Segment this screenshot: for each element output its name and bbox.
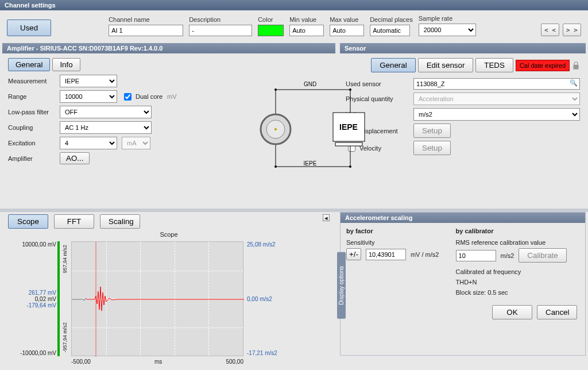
velocity-setup-button: Setup [413,141,451,155]
rms-label: RMS reference calibration value [456,239,579,246]
svg-text:GND: GND [304,81,316,87]
sample-rate-label: Sample rate [419,15,476,22]
ok-button[interactable]: OK [492,305,532,319]
min-value-label: Min value [289,16,324,23]
search-icon[interactable]: 🔍 [570,79,578,87]
sensor-tab-teds[interactable]: TEDS [475,58,513,72]
right-mid: 0,00 m/s2 [247,296,284,302]
used-button[interactable]: Used [7,20,51,36]
cursor-val-1: 261,77 mV [11,290,56,296]
range-select[interactable]: 10000 [60,90,117,103]
amplifier-ao-button[interactable]: AO... [60,152,90,164]
tab-scaling[interactable]: Scaling [100,214,140,229]
excitation-select[interactable]: 4 [60,137,117,149]
scope-plot[interactable] [71,241,243,356]
excitation-label: Excitation [8,140,55,147]
measurement-select[interactable]: IEPE [60,75,117,87]
cancel-button[interactable]: Cancel [537,305,577,319]
rate-top: 957,94 m/s2 [62,245,68,273]
tab-fft[interactable]: FFT [54,214,94,229]
channel-name-input[interactable] [109,25,183,36]
calibrate-button: Calibrate [519,248,566,263]
y-top-label: 10000,00 mV [11,241,56,248]
amplifier-label: Amplifier [8,155,55,162]
by-calibrator-title: by calibrator [456,228,579,234]
physical-qty-select: Acceleration [413,92,580,105]
svg-text:IEPE: IEPE [339,122,358,132]
circuit-diagram: GND IEPE IEPE [253,80,368,172]
prev-channel-button[interactable]: < < [541,24,559,36]
sensitivity-input[interactable] [366,249,406,260]
x-right: 500,00 [226,359,243,365]
x-left: -500,00 [71,359,91,365]
lpf-select[interactable]: OFF [60,106,152,118]
max-value-input[interactable] [330,25,364,36]
min-value-input[interactable] [289,25,324,36]
excitation-unit-select: mA [122,137,150,149]
calib-freq-label: Calibrated at frequency [456,268,579,275]
range-label: Range [8,93,55,100]
tab-scope[interactable]: Scope [8,214,48,229]
display-options-tab[interactable]: Display options [337,252,346,319]
decimal-places-label: Decimal places [370,16,413,23]
measurement-label: Measurement [8,78,55,84]
x-unit: ms [154,359,162,365]
sensor-tab-edit[interactable]: Edit sensor [418,58,474,72]
svg-text:IEPE: IEPE [304,160,317,167]
cursor-val-3: -179,64 mV [11,302,56,309]
coupling-select[interactable]: AC 1 Hz [60,121,152,134]
svg-point-8 [274,128,277,130]
amp-tab-general[interactable]: General [8,58,50,71]
scaling-header: Accelerometer scaling [341,213,585,223]
block-size-label: Block size: 0.5 sec [456,289,579,296]
cal-expired-badge: Cal date expired [516,60,570,71]
sensor-header: Sensor [340,43,586,53]
right-top: 25,08 m/s2 [247,241,284,248]
lock-icon[interactable] [572,61,580,70]
rms-input[interactable] [456,250,496,261]
amp-tab-info[interactable]: Info [52,58,80,71]
dualcore-checkbox[interactable] [124,93,131,101]
svg-point-5 [349,88,351,91]
channel-name-label: Channel name [109,16,183,23]
cursor-val-2: 0,02 mV [11,296,56,302]
unit-select[interactable]: m/s2 [413,108,580,121]
scope-title: Scope [2,231,335,238]
range-unit: mV [167,93,177,100]
sensitivity-label: Sensitivity [346,239,444,246]
decimal-places-input[interactable] [370,25,410,36]
description-label: Description [189,16,252,23]
thd-label: THD+N [456,279,579,286]
level-bar [57,241,60,356]
svg-point-14 [274,165,277,168]
sensor-tab-general[interactable]: General [371,58,415,72]
rate-bot: -957,94 m/s2 [62,322,68,353]
collapse-icon[interactable]: ◂ [323,214,330,221]
svg-point-4 [274,88,277,91]
coupling-label: Coupling [8,124,55,131]
color-swatch[interactable] [258,25,284,36]
sensitivity-unit: mV / m/s2 [411,251,439,258]
dualcore-label: Dual core [136,93,163,100]
color-label: Color [258,16,284,23]
lpf-label: Low-pass filter [8,109,55,115]
svg-rect-11 [335,142,362,146]
right-bot: -17,21 m/s2 [247,350,284,356]
rms-unit: m/s2 [501,252,514,259]
next-channel-button[interactable]: > > [563,24,581,36]
by-factor-title: by factor [346,228,444,234]
amplifier-header: Amplifier - SIRIUS-ACC SN:D0073B1AF9 Rev… [2,43,335,53]
max-value-label: Max value [330,16,364,23]
sensitivity-toggle-button[interactable]: +/- [346,248,361,260]
svg-point-15 [349,165,351,168]
description-input[interactable] [189,25,252,36]
displacement-setup-button: Setup [413,124,451,138]
sample-rate-select[interactable]: 20000 [419,24,476,36]
y-bot-label: -10000,00 mV [11,350,56,356]
used-sensor-input[interactable] [413,78,580,90]
window-title: Channel settings [0,0,588,10]
